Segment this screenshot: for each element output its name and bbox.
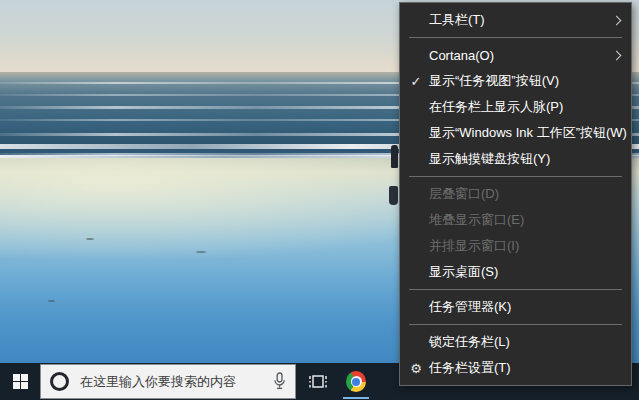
menu-item-toolbars[interactable]: 工具栏(T) xyxy=(400,7,631,33)
menu-item-cascade-windows: 层叠窗口(D) xyxy=(400,181,631,207)
menu-item-show-people-on-taskbar[interactable]: 在任务栏上显示人脉(P) xyxy=(400,94,631,120)
menu-separator xyxy=(409,324,622,325)
menu-item-label: 任务管理器(K) xyxy=(429,298,623,316)
menu-item-show-windows-side-by-side: 并排显示窗口(I) xyxy=(400,233,631,259)
person-silhouette xyxy=(391,145,398,168)
task-view-icon xyxy=(308,373,328,390)
menu-separator xyxy=(409,37,622,38)
menu-item-label: 工具栏(T) xyxy=(429,11,613,29)
desktop: 工具栏(T) Cortana(O) ✓ 显示“任务视图”按钮(V) 在任务栏上显… xyxy=(0,0,639,400)
menu-item-label: 显示“Windows Ink 工作区”按钮(W) xyxy=(429,124,627,142)
windows-logo-icon xyxy=(13,374,28,389)
beach-debris xyxy=(196,251,206,253)
chrome-icon-center xyxy=(352,378,360,386)
task-view-button[interactable] xyxy=(302,363,334,400)
chrome-icon xyxy=(346,371,366,392)
menu-item-label: 显示触摸键盘按钮(Y) xyxy=(429,150,623,168)
menu-item-label: 任务栏设置(T) xyxy=(429,359,623,377)
beach-debris xyxy=(48,300,55,302)
submenu-arrow-icon xyxy=(612,50,622,60)
menu-item-taskbar-settings[interactable]: ⚙ 任务栏设置(T) xyxy=(400,355,631,381)
menu-separator xyxy=(409,176,622,177)
running-app-indicator xyxy=(343,397,369,399)
cortana-icon xyxy=(50,372,69,391)
menu-item-cortana[interactable]: Cortana(O) xyxy=(400,42,631,68)
menu-item-label: 堆叠显示窗口(E) xyxy=(429,211,623,229)
menu-item-label: 在任务栏上显示人脉(P) xyxy=(429,98,623,116)
start-button[interactable] xyxy=(0,363,40,400)
menu-item-show-windows-stacked: 堆叠显示窗口(E) xyxy=(400,207,631,233)
taskbar-search-box[interactable] xyxy=(40,364,296,399)
gear-icon: ⚙ xyxy=(408,362,424,375)
menu-item-show-desktop[interactable]: 显示桌面(S) xyxy=(400,259,631,285)
menu-item-label: 锁定任务栏(L) xyxy=(429,333,623,351)
chrome-icon-ring xyxy=(351,376,362,387)
menu-item-label: 层叠窗口(D) xyxy=(429,185,623,203)
search-input[interactable] xyxy=(78,373,273,390)
menu-item-show-touch-keyboard-button[interactable]: 显示触摸键盘按钮(Y) xyxy=(400,146,631,172)
chrome-taskbar-button[interactable] xyxy=(340,363,372,400)
menu-item-label: Cortana(O) xyxy=(429,48,613,63)
person-silhouette xyxy=(389,186,398,205)
menu-separator xyxy=(409,289,622,290)
checkmark-icon: ✓ xyxy=(408,75,424,88)
microphone-icon[interactable] xyxy=(273,372,286,391)
beach-debris xyxy=(86,238,94,240)
menu-item-show-windows-ink-workspace-button[interactable]: 显示“Windows Ink 工作区”按钮(W) xyxy=(400,120,631,146)
menu-item-label: 显示桌面(S) xyxy=(429,263,623,281)
submenu-arrow-icon xyxy=(612,15,622,25)
menu-item-lock-taskbar[interactable]: 锁定任务栏(L) xyxy=(400,329,631,355)
menu-item-label: 并排显示窗口(I) xyxy=(429,237,623,255)
menu-item-label: 显示“任务视图”按钮(V) xyxy=(429,72,623,90)
taskbar-context-menu: 工具栏(T) Cortana(O) ✓ 显示“任务视图”按钮(V) 在任务栏上显… xyxy=(399,2,632,386)
menu-item-show-task-view-button[interactable]: ✓ 显示“任务视图”按钮(V) xyxy=(400,68,631,94)
menu-item-task-manager[interactable]: 任务管理器(K) xyxy=(400,294,631,320)
